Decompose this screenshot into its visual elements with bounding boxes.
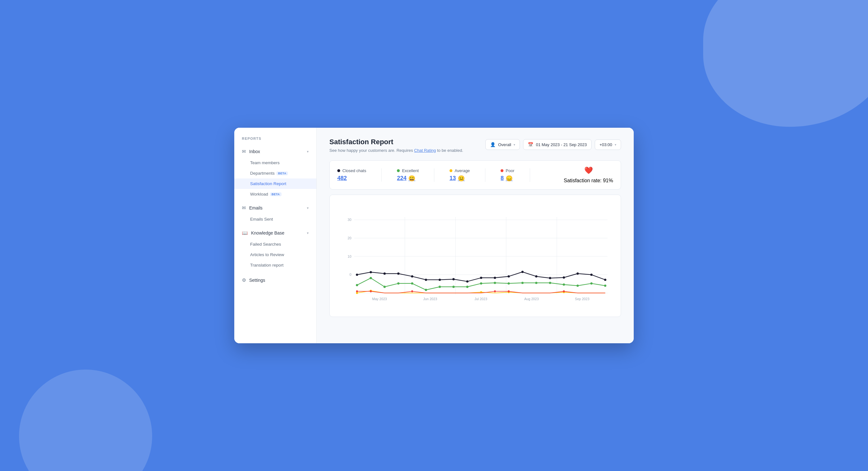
stats-card: Closed chats 482 Excellent 224 😀 Average bbox=[330, 160, 621, 190]
poor-dot-6 bbox=[563, 290, 565, 292]
date-range-label: 01 May 2023 - 21 Sep 2023 bbox=[536, 142, 587, 147]
workload-beta-badge: BETA bbox=[270, 192, 281, 196]
sidebar-section-emails: ✉ Emails ▾ Emails Sent bbox=[234, 202, 316, 226]
excellent-dot-5 bbox=[411, 282, 413, 285]
sidebar-section-inbox-header[interactable]: ✉ Inbox ▾ bbox=[234, 146, 316, 158]
poor-dot-2 bbox=[370, 290, 372, 292]
svg-text:10: 10 bbox=[348, 254, 351, 258]
excellent-emoji: 😀 bbox=[408, 175, 415, 182]
emails-items: Emails Sent bbox=[234, 214, 316, 226]
satisfaction-report-label: Satisfaction Report bbox=[250, 181, 286, 186]
chat-rating-link[interactable]: Chat Rating bbox=[414, 148, 436, 153]
chart-container: 30 20 10 0 May 2023 Jun 2023 Jul 2023 Au… bbox=[337, 202, 613, 310]
excellent-value[interactable]: 224 😀 bbox=[397, 175, 419, 182]
sidebar-settings[interactable]: ⚙ Settings bbox=[234, 274, 316, 286]
timezone-label: +03:00 bbox=[599, 142, 612, 147]
agent-icon: 👤 bbox=[490, 142, 496, 147]
excellent-dot-7 bbox=[439, 286, 441, 288]
closed-dot-12 bbox=[507, 275, 510, 277]
kb-chevron-icon: ▾ bbox=[307, 231, 309, 235]
closed-dot-2 bbox=[370, 271, 372, 273]
closed-dot-5 bbox=[411, 275, 413, 277]
sidebar: REPORTS ✉ Inbox ▾ Team members Departmen… bbox=[234, 128, 317, 343]
heart-icon: ❤️ bbox=[584, 166, 593, 175]
satisfaction-rate-label: Satisfaction rate: bbox=[564, 178, 601, 183]
agent-chevron-icon: ▾ bbox=[514, 143, 515, 147]
excellent-dot-8 bbox=[453, 286, 455, 288]
svg-text:Sep 2023: Sep 2023 bbox=[575, 297, 590, 301]
bg-decoration-2 bbox=[19, 370, 152, 471]
sidebar-item-translation-report[interactable]: Translation report bbox=[234, 260, 316, 270]
excellent-dot-1 bbox=[356, 284, 358, 286]
stat-average: Average 13 😐 bbox=[450, 168, 485, 182]
emails-icon: ✉ bbox=[242, 205, 246, 211]
closed-dot-10 bbox=[480, 277, 482, 279]
agent-label: Overall bbox=[498, 142, 511, 147]
sidebar-item-departments[interactable]: Departments BETA bbox=[234, 168, 316, 179]
poor-dot-3 bbox=[411, 290, 413, 292]
excellent-label-container: Excellent bbox=[397, 168, 419, 173]
closed-dot-16 bbox=[563, 276, 565, 279]
average-label-container: Average bbox=[450, 168, 470, 173]
sidebar-item-articles-to-review[interactable]: Articles to Review bbox=[234, 249, 316, 260]
sidebar-item-team-members[interactable]: Team members bbox=[234, 158, 316, 168]
closed-dot-11 bbox=[494, 277, 496, 279]
svg-text:0: 0 bbox=[349, 273, 351, 276]
sidebar-title: REPORTS bbox=[234, 136, 316, 146]
poor-label: Poor bbox=[506, 168, 514, 173]
closed-dot-15 bbox=[549, 277, 551, 279]
subtitle-text: See how happy your customers are. Requir… bbox=[330, 148, 414, 153]
excellent-dot-14 bbox=[535, 282, 537, 284]
excellent-dot-4 bbox=[397, 282, 399, 285]
poor-value[interactable]: 8 😞 bbox=[501, 175, 514, 182]
timezone-selector[interactable]: +03:00 ▾ bbox=[595, 139, 621, 150]
agent-selector[interactable]: 👤 Overall ▾ bbox=[485, 139, 520, 150]
poor-label-container: Poor bbox=[501, 168, 514, 173]
inbox-items: Team members Departments BETA Satisfacti… bbox=[234, 158, 316, 201]
excellent-dot-12 bbox=[507, 282, 510, 285]
kb-label: Knowledge Base bbox=[251, 230, 284, 236]
closed-dot-9 bbox=[466, 280, 469, 282]
timezone-chevron-icon: ▾ bbox=[615, 143, 616, 147]
sidebar-section-kb-header[interactable]: 📖 Knowledge Base ▾ bbox=[234, 227, 316, 239]
svg-text:May 2023: May 2023 bbox=[372, 297, 387, 301]
inbox-chevron-icon: ▾ bbox=[307, 150, 309, 154]
closed-dot bbox=[337, 169, 340, 172]
departments-beta-badge: BETA bbox=[276, 171, 288, 175]
excellent-dot-10 bbox=[480, 282, 482, 285]
excellent-dot-13 bbox=[522, 282, 524, 284]
settings-label: Settings bbox=[249, 278, 265, 283]
closed-dot-17 bbox=[577, 273, 579, 275]
average-value[interactable]: 13 😐 bbox=[450, 175, 470, 182]
sidebar-item-emails-sent[interactable]: Emails Sent bbox=[234, 214, 316, 224]
page-header-left: Satisfaction Report See how happy your c… bbox=[330, 138, 463, 153]
main-content: Satisfaction Report See how happy your c… bbox=[317, 128, 634, 343]
sidebar-item-workload[interactable]: Workload BETA bbox=[234, 189, 316, 199]
date-range-selector[interactable]: 📅 01 May 2023 - 21 Sep 2023 bbox=[523, 139, 591, 150]
sidebar-item-satisfaction-report[interactable]: Satisfaction Report bbox=[234, 179, 316, 189]
sidebar-item-failed-searches[interactable]: Failed Searches bbox=[234, 239, 316, 249]
closed-dot-3 bbox=[383, 273, 386, 275]
excellent-dot-19 bbox=[604, 285, 607, 287]
svg-text:Jun 2023: Jun 2023 bbox=[423, 297, 437, 301]
satisfaction-rate-text: Satisfaction rate: 91% bbox=[564, 178, 613, 184]
excellent-dot-17 bbox=[577, 285, 579, 287]
workload-label: Workload bbox=[250, 192, 268, 196]
poor-dot bbox=[501, 169, 503, 172]
kb-icon: 📖 bbox=[242, 230, 248, 236]
subtitle-end: to be enabled. bbox=[436, 148, 463, 153]
stat-satisfaction-rate: ❤️ Satisfaction rate: 91% bbox=[564, 166, 613, 184]
sidebar-section-emails-header[interactable]: ✉ Emails ▾ bbox=[234, 202, 316, 214]
emails-label: Emails bbox=[249, 206, 262, 211]
average-dot bbox=[450, 169, 453, 172]
translation-report-label: Translation report bbox=[250, 263, 283, 268]
closed-dot-13 bbox=[522, 271, 524, 273]
closed-chats-value[interactable]: 482 bbox=[337, 175, 366, 182]
stat-poor: Poor 8 😞 bbox=[501, 168, 530, 182]
poor-emoji: 😞 bbox=[506, 175, 513, 182]
closed-chats-label-container: Closed chats bbox=[337, 168, 366, 173]
kb-items: Failed Searches Articles to Review Trans… bbox=[234, 239, 316, 272]
excellent-label: Excellent bbox=[402, 168, 419, 173]
sidebar-section-knowledge-base: 📖 Knowledge Base ▾ Failed Searches Artic… bbox=[234, 227, 316, 272]
emails-sent-label: Emails Sent bbox=[250, 217, 273, 222]
